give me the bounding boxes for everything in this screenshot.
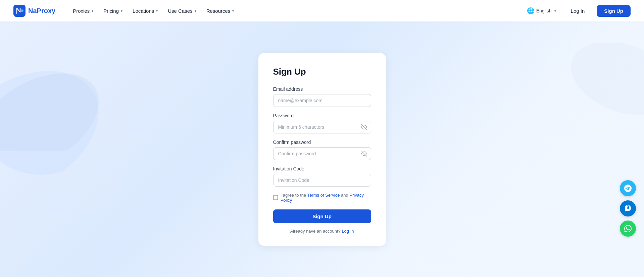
bg-decoration-left bbox=[0, 43, 107, 151]
chevron-down-icon: ▾ bbox=[232, 9, 234, 13]
chevron-down-icon: ▾ bbox=[121, 9, 122, 13]
language-selector[interactable]: 🌐 English ▾ bbox=[524, 5, 559, 16]
svg-point-2 bbox=[0, 53, 107, 151]
bg-decoration-right bbox=[550, 43, 644, 137]
confirm-password-group: Confirm password bbox=[273, 140, 371, 160]
password-label: Password bbox=[273, 113, 371, 118]
invitation-code-input[interactable] bbox=[273, 174, 371, 187]
password-input-wrapper bbox=[273, 121, 371, 133]
submit-signup-button[interactable]: Sign Up bbox=[273, 209, 371, 223]
telegram-fab[interactable] bbox=[620, 180, 636, 196]
main-content: Sign Up Email address Password bbox=[0, 22, 644, 277]
already-account-text: Already have an account? Log In bbox=[273, 229, 371, 234]
login-link[interactable]: Log In bbox=[342, 229, 354, 234]
terms-of-service-link[interactable]: Terms of Service bbox=[307, 193, 340, 198]
nav-item-locations[interactable]: Locations ▾ bbox=[129, 5, 162, 16]
terms-checkbox[interactable] bbox=[273, 195, 278, 200]
navbar: NaProxy Proxies ▾ Pricing ▾ Locations ▾ … bbox=[0, 0, 644, 22]
globe-icon: 🌐 bbox=[527, 7, 534, 14]
svg-point-3 bbox=[561, 43, 644, 128]
invitation-code-label: Invitation Code bbox=[273, 166, 371, 171]
nav-item-resources[interactable]: Resources ▾ bbox=[202, 5, 238, 16]
chevron-down-icon: ▾ bbox=[195, 9, 196, 13]
password-toggle-icon[interactable] bbox=[361, 124, 367, 130]
nav-item-proxies[interactable]: Proxies ▾ bbox=[69, 5, 97, 16]
email-label: Email address bbox=[273, 86, 371, 92]
nav-item-pricing[interactable]: Pricing ▾ bbox=[99, 5, 127, 16]
svg-point-1 bbox=[21, 9, 23, 12]
confirm-password-input[interactable] bbox=[273, 147, 371, 160]
email-group: Email address bbox=[273, 86, 371, 107]
chevron-down-icon: ▾ bbox=[554, 9, 556, 13]
signup-nav-button[interactable]: Sign Up bbox=[597, 5, 631, 17]
terms-row: I agree to the Terms of Service and Priv… bbox=[273, 193, 371, 203]
card-title: Sign Up bbox=[273, 67, 371, 77]
chevron-down-icon: ▾ bbox=[156, 9, 158, 13]
navbar-right: 🌐 English ▾ Log In Sign Up bbox=[524, 5, 631, 17]
skype-fab[interactable] bbox=[620, 200, 636, 216]
whatsapp-fab[interactable] bbox=[620, 221, 636, 237]
nav-item-use-cases[interactable]: Use Cases ▾ bbox=[164, 5, 200, 16]
terms-text: I agree to the Terms of Service and Priv… bbox=[281, 193, 371, 203]
password-input[interactable] bbox=[273, 121, 371, 133]
fab-container bbox=[620, 180, 636, 237]
signup-card: Sign Up Email address Password bbox=[258, 53, 386, 246]
chevron-down-icon: ▾ bbox=[92, 9, 93, 13]
nav-links: Proxies ▾ Pricing ▾ Locations ▾ Use Case… bbox=[69, 5, 238, 16]
login-button[interactable]: Log In bbox=[564, 5, 592, 16]
navbar-left: NaProxy Proxies ▾ Pricing ▾ Locations ▾ … bbox=[13, 5, 238, 17]
logo[interactable]: NaProxy bbox=[13, 5, 55, 17]
password-group: Password bbox=[273, 113, 371, 133]
confirm-password-label: Confirm password bbox=[273, 140, 371, 145]
confirm-password-toggle-icon[interactable] bbox=[361, 151, 367, 157]
logo-text: NaProxy bbox=[28, 7, 55, 15]
confirm-password-input-wrapper bbox=[273, 147, 371, 160]
email-input[interactable] bbox=[273, 94, 371, 107]
logo-icon bbox=[13, 5, 26, 17]
invitation-code-group: Invitation Code bbox=[273, 166, 371, 187]
